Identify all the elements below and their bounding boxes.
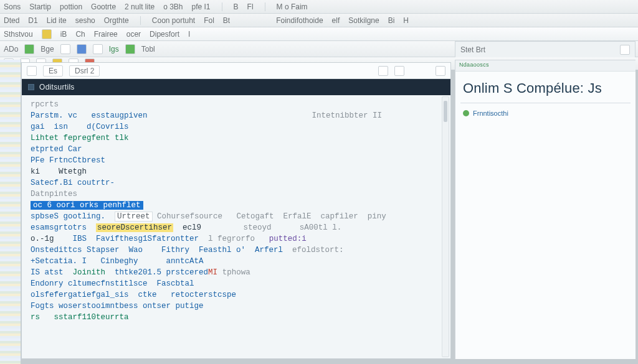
side-panel: Ndaaooscs Onlim S Compélue: Js Frnntisoc… (455, 60, 636, 359)
side-tab-label[interactable]: Stet Brt (460, 45, 485, 54)
code-line[interactable]: PFe FrtncCtbrest (31, 155, 444, 166)
menu-item[interactable]: Sthstvou (4, 30, 33, 39)
menu-bar-2[interactable]: Dted D1 Lid ite sesho Orgthte Coon portu… (0, 14, 638, 27)
code-line[interactable]: Parstm. vc esstaugpivenIntetnibbter II (31, 110, 444, 121)
menu-item[interactable]: Orgthte (104, 16, 129, 25)
menu-item[interactable]: Lid ite (47, 16, 67, 25)
code-line[interactable]: IS atst Joinith thtke201.5 prstceredMI t… (31, 267, 444, 278)
menu-item[interactable]: sesho (75, 16, 95, 25)
generic-icon[interactable] (60, 44, 70, 54)
code-line[interactable]: Datnpintes (31, 189, 444, 200)
status-dot-icon (463, 110, 469, 116)
tool-icon[interactable] (378, 66, 388, 76)
run-icon[interactable] (24, 44, 34, 54)
code-line[interactable]: Onstedittcs Stapser Wao Fithry Feasthl o… (31, 245, 444, 256)
editor-tab[interactable]: Es (43, 65, 63, 77)
nav-back-icon[interactable] (27, 66, 37, 76)
code-line[interactable]: olsfefergatiefgal_sis ctke retocterstcsp… (31, 289, 444, 301)
toolbar-label[interactable]: Tobl (141, 45, 155, 54)
file-icon (28, 84, 34, 90)
generic-icon[interactable] (93, 44, 103, 54)
menu-item[interactable]: Coon portuht (152, 16, 195, 25)
menu-item[interactable]: pfe I1 (192, 2, 211, 11)
tool-icon[interactable] (394, 66, 404, 76)
side-tabstrip[interactable]: Stet Brt (455, 41, 636, 57)
code-line[interactable]: rs sstarf110teurrta (31, 312, 444, 323)
menu-item[interactable]: Bt (223, 16, 230, 25)
code-line[interactable]: Endonry cltumecfnstitlsce Fascbtal (31, 278, 444, 289)
workspace: Es Dsrl 2 Oditsurtils rpcrts Parstm. vc … (0, 60, 638, 364)
separator (265, 2, 265, 11)
folder-icon[interactable] (42, 29, 52, 39)
dropdown-icon[interactable] (620, 45, 630, 55)
separator (140, 16, 141, 25)
menu-item[interactable]: 2 nult lite (125, 2, 155, 11)
menu-item[interactable]: B (234, 2, 239, 11)
code-line[interactable]: ki Wtetgh (31, 166, 444, 177)
code-line[interactable]: gai isn d(Covrils (31, 121, 444, 133)
menu-item[interactable]: Ch (75, 30, 85, 39)
code-line[interactable]: +Setcatia. I Cinbeghy anntcAtA (31, 256, 444, 267)
code-line[interactable]: Lihtet fepregfent tlk (31, 133, 444, 144)
menu-bar-3[interactable]: Sthstvou iB Ch Frairee ocer Dipesfort I (0, 27, 638, 41)
code-line[interactable]: Fogts woserstooimntbess ontser putige (31, 301, 444, 312)
menu-item[interactable]: Fl (247, 2, 254, 11)
side-panel-head: Ndaaooscs (455, 60, 636, 72)
divider (460, 103, 631, 103)
menu-item[interactable]: Frairee (94, 30, 118, 39)
menu-item[interactable]: Bi (388, 16, 395, 25)
side-item-label: Frnntisocthi (473, 110, 508, 117)
side-panel-title: Onlim S Compélue: Js (455, 72, 636, 100)
code-line[interactable]: Satecf.Bi coutrtr- (31, 177, 444, 189)
code-line[interactable]: esamsgrtotrs seoreDscertihser ecl9 steoy… (31, 222, 444, 233)
menu-item[interactable]: Fol (204, 16, 214, 25)
menu-item[interactable]: ocer (126, 30, 141, 39)
menu-item[interactable]: iB (60, 30, 67, 39)
menu-item[interactable]: o 3Bh (163, 2, 183, 11)
code-line[interactable]: rpcrts (31, 99, 444, 110)
menu-item[interactable]: D1 (28, 16, 37, 25)
generic-icon[interactable] (77, 44, 87, 54)
toolbar-label[interactable]: Bge (40, 45, 54, 54)
menu-item[interactable]: I (188, 30, 190, 39)
editor-tabbar[interactable]: Es Dsrl 2 (22, 63, 450, 79)
code-line-selected[interactable]: oc 6 oori orks penhflet (31, 200, 444, 211)
play-icon[interactable] (125, 44, 135, 54)
editor-pane: Es Dsrl 2 Oditsurtils rpcrts Parstm. vc … (21, 62, 451, 359)
code-line[interactable]: etprted Car (31, 144, 444, 155)
separator (222, 2, 222, 11)
code-editor[interactable]: rpcrts Parstm. vc esstaugpivenIntetnibbt… (22, 95, 450, 358)
scrollbar[interactable] (442, 96, 449, 357)
menu-item[interactable]: Dipesfort (150, 30, 179, 39)
menu-item[interactable]: Gootrte (91, 2, 116, 11)
menu-item[interactable]: Sons (4, 2, 21, 11)
menu-item[interactable]: Dted (4, 16, 19, 25)
menu-item[interactable]: H (403, 16, 409, 25)
menu-item[interactable]: pottion (60, 2, 82, 11)
menu-item[interactable]: M o Faim (277, 2, 308, 11)
code-line[interactable]: o.-1g IBS Favifthesg1Sfatrontter l fegro… (31, 233, 444, 245)
editor-tab[interactable]: Dsrl 2 (69, 65, 100, 77)
menu-item[interactable]: Startip (29, 2, 51, 11)
hint-text: Intetnibbter II (312, 110, 382, 121)
side-panel-item[interactable]: Frnntisocthi (455, 110, 636, 117)
menu-item[interactable]: elf (332, 16, 340, 25)
code-line[interactable]: spbseS gootling. Urtreet Cohursefsource … (31, 211, 444, 222)
dropdown-icon[interactable] (436, 66, 445, 76)
toolbar-label[interactable]: Igs (109, 45, 119, 54)
left-gutter (0, 60, 21, 364)
editor-title: Oditsurtils (39, 83, 75, 91)
menu-item[interactable]: Foindifothoide (276, 16, 323, 25)
menu-item[interactable]: Sotkilgne (348, 16, 379, 25)
toolbar-label[interactable]: ADo (4, 45, 18, 54)
menu-bar-1[interactable]: Sons Startip pottion Gootrte 2 nult lite… (0, 0, 638, 14)
editor-titlebar: Oditsurtils (22, 79, 450, 95)
